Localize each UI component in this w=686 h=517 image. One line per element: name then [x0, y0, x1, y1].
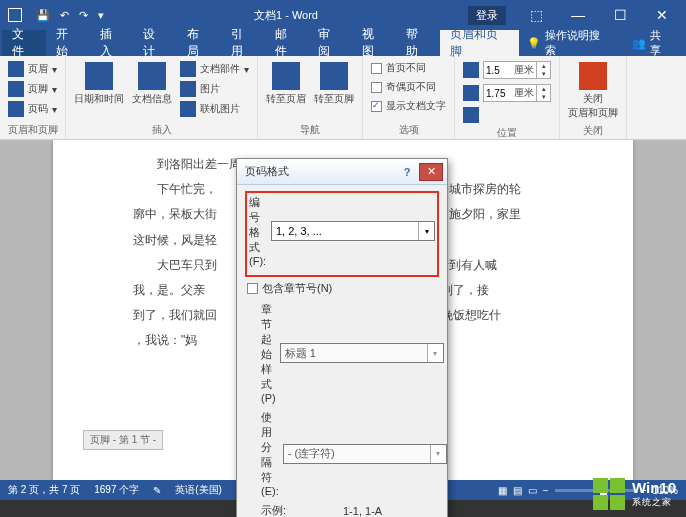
footer-section-tag: 页脚 - 第 1 节 -	[83, 430, 163, 450]
body-text: 大巴车只到	[133, 253, 217, 278]
watermark-brand: Win10	[632, 479, 676, 496]
show-doc-text-checkbox[interactable]: 显示文档文字	[369, 98, 448, 114]
ribbon-options-icon[interactable]: ⬚	[516, 1, 556, 29]
tell-me-label: 操作说明搜索	[545, 28, 610, 58]
page-number-icon	[8, 101, 24, 117]
number-format-label: 编号格式(F):	[249, 195, 267, 267]
goto-footer-button[interactable]: 转至页脚	[312, 60, 356, 108]
view-read-icon[interactable]: ▦	[498, 485, 507, 496]
highlight-number-format: 编号格式(F): ▾	[245, 191, 439, 277]
pictures-button[interactable]: 图片	[178, 80, 251, 98]
group-header-footer: 页眉和页脚	[6, 121, 59, 137]
body-text: ，我说："妈	[133, 328, 197, 353]
spin-down-icon[interactable]: ▾	[537, 70, 550, 78]
spin-up-icon[interactable]: ▴	[537, 85, 550, 93]
redo-icon[interactable]: ↷	[79, 9, 88, 22]
date-time-button[interactable]: 日期和时间	[72, 60, 126, 108]
watermark-sub: 系统之家	[632, 496, 676, 509]
body-text: 廓中，呆板大街	[133, 202, 217, 227]
include-chapter-label: 包含章节号(N)	[262, 281, 332, 296]
show-doc-text-label: 显示文档文字	[386, 99, 446, 113]
help-icon[interactable]: ?	[395, 163, 419, 181]
insert-align-tab[interactable]	[461, 106, 481, 124]
minimize-icon[interactable]: —	[558, 1, 598, 29]
zoom-out-icon[interactable]: −	[543, 485, 549, 496]
diff-odd-even-checkbox[interactable]: 奇偶页不同	[369, 79, 438, 95]
tab-review[interactable]: 审阅	[308, 30, 352, 56]
goto-header-icon	[272, 62, 300, 90]
header-dist-input[interactable]	[484, 65, 512, 76]
group-options: 选项	[369, 121, 448, 137]
app-icon	[8, 8, 22, 22]
spin-up-icon[interactable]: ▴	[537, 62, 550, 70]
share-button[interactable]: 👥共享	[618, 30, 686, 56]
number-format-combo[interactable]: ▾	[271, 221, 435, 241]
tell-me[interactable]: 💡操作说明搜索	[519, 30, 618, 56]
page-number-format-dialog: 页码格式 ? ✕ 编号格式(F): ▾ 包含章节号(N) 章节起始样式(P) ▾…	[236, 158, 448, 517]
doc-info-label: 文档信息	[132, 92, 172, 106]
dialog-titlebar[interactable]: 页码格式 ? ✕	[237, 159, 447, 185]
footer-label: 页脚	[28, 82, 48, 96]
undo-icon[interactable]: ↶	[60, 9, 69, 22]
number-format-input[interactable]	[272, 222, 418, 240]
online-pictures-button[interactable]: 联机图片	[178, 100, 251, 118]
page-indicator[interactable]: 第 2 页，共 7 页	[8, 483, 80, 497]
footer-button[interactable]: 页脚 ▾	[6, 80, 59, 98]
chapter-starts-label: 章节起始样式(P)	[247, 302, 276, 404]
checkbox-icon	[371, 63, 382, 74]
date-time-label: 日期和时间	[74, 92, 124, 106]
quick-parts-label: 文档部件	[200, 62, 240, 76]
tab-design[interactable]: 设计	[133, 30, 177, 56]
tab-references[interactable]: 引用	[221, 30, 265, 56]
tab-help[interactable]: 帮助	[396, 30, 440, 56]
tab-home[interactable]: 开始	[46, 30, 90, 56]
diff-first-checkbox[interactable]: 首页不同	[369, 60, 428, 76]
tab-view[interactable]: 视图	[352, 30, 396, 56]
tab-mail[interactable]: 邮件	[265, 30, 309, 56]
ribbon-tabs: 文件 开始 插入 设计 布局 引用 邮件 审阅 视图 帮助 页眉和页脚 💡操作说…	[0, 30, 686, 56]
chevron-down-icon[interactable]: ▾	[418, 222, 434, 240]
unit-label: 厘米	[512, 86, 536, 100]
page-number-button[interactable]: 页码 ▾	[6, 100, 59, 118]
dialog-close-icon[interactable]: ✕	[419, 163, 443, 181]
view-print-icon[interactable]: ▤	[513, 485, 522, 496]
close-hf-button[interactable]: 关闭 页眉和页脚	[566, 60, 620, 122]
language[interactable]: 英语(美国)	[175, 483, 222, 497]
footer-dist-input[interactable]	[484, 88, 512, 99]
quick-parts-button[interactable]: 文档部件 ▾	[178, 60, 251, 78]
tab-header-footer[interactable]: 页眉和页脚	[440, 30, 519, 56]
separator-value	[284, 445, 430, 463]
tab-insert[interactable]: 插入	[90, 30, 134, 56]
body-text: 泪施夕阳，家里	[437, 202, 521, 227]
close-hf-icon	[579, 62, 607, 90]
save-icon[interactable]: 💾	[36, 9, 50, 22]
date-time-icon	[85, 62, 113, 90]
pictures-icon	[180, 81, 196, 97]
include-chapter-checkbox[interactable]	[247, 283, 258, 294]
maximize-icon[interactable]: ☐	[600, 1, 640, 29]
group-insert: 插入	[72, 121, 251, 137]
pictures-label: 图片	[200, 82, 220, 96]
share-icon: 👥	[632, 37, 646, 50]
login-button[interactable]: 登录	[468, 6, 506, 25]
close-icon[interactable]: ✕	[642, 1, 682, 29]
example-value: 1-1, 1-A	[343, 505, 382, 517]
doc-info-icon	[138, 62, 166, 90]
footer-icon	[8, 81, 24, 97]
spin-down-icon[interactable]: ▾	[537, 93, 550, 101]
proofing-icon[interactable]: ✎	[153, 485, 161, 496]
tab-layout[interactable]: 布局	[177, 30, 221, 56]
bulb-icon: 💡	[527, 37, 541, 50]
header-label: 页眉	[28, 62, 48, 76]
word-count[interactable]: 1697 个字	[94, 483, 139, 497]
doc-info-button[interactable]: 文档信息	[130, 60, 174, 108]
document-title: 文档1 - Word	[104, 8, 468, 23]
goto-header-button[interactable]: 转至页眉	[264, 60, 308, 108]
tab-file[interactable]: 文件	[2, 30, 46, 56]
group-position: 位置	[461, 124, 553, 140]
view-web-icon[interactable]: ▭	[528, 485, 537, 496]
header-button[interactable]: 页眉 ▾	[6, 60, 59, 78]
header-distance[interactable]: 厘米▴▾	[461, 60, 553, 80]
checkbox-icon	[371, 101, 382, 112]
footer-distance[interactable]: 厘米▴▾	[461, 83, 553, 103]
